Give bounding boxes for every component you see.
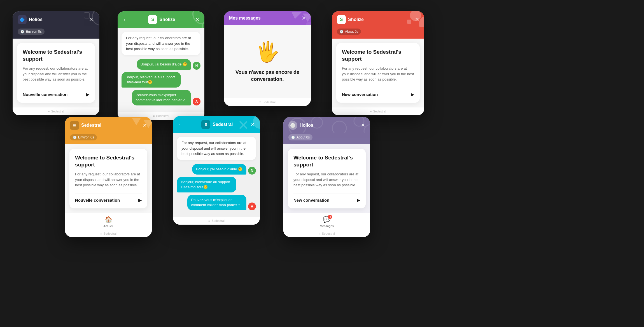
sedestral-chat-row-1: Bonjour, j'ai besoin d'aide 🙂 N	[177, 164, 256, 175]
sedestral-system-message: For any request, our collaborators are a…	[177, 137, 256, 160]
holios-gray-footer: ≡ Sedestral	[283, 230, 370, 237]
sedestral-cyan-close-button[interactable]: ✕	[251, 121, 255, 128]
holios-gray-brand-name: Holios	[300, 123, 313, 128]
sedestral-cyan-back-button[interactable]: ←	[178, 121, 184, 128]
sholize-chat-header: ← S Sholize ✕	[118, 11, 204, 28]
sedestral-orange-brand: Sedestral	[81, 123, 101, 128]
sedestral-avatar-a: A	[248, 203, 256, 210]
sholize-home-body: Welcome to Sedestral's support For any r…	[332, 39, 424, 107]
holios-brand-name: Holios	[29, 17, 43, 22]
mes-messages-body: 🖐️ Vous n'avez pas encore de conversatio…	[224, 25, 311, 98]
sedestral-chat-row-3: Pouvez-vous m'expliquer comment valider …	[177, 195, 256, 210]
sedestral-cyan-logo: ≡	[201, 120, 210, 129]
holios-gray-new-conv-button[interactable]: New conversation ▶	[293, 194, 360, 203]
holios-close-button[interactable]: ✕	[88, 16, 94, 23]
holios-time-badge: 🕐 Environ 0s	[18, 29, 45, 35]
sedestral-orange-close-button[interactable]: ✕	[143, 122, 147, 128]
sholize-chat-widget: ← S Sholize ✕ For any request, our colla…	[118, 11, 204, 120]
mes-messages-title: Mes messages	[229, 16, 261, 21]
holios-gray-desc: For any request, our collaborators are a…	[293, 171, 360, 188]
sedestral-orange-logo: ≡	[70, 121, 79, 130]
avatar-n: N	[193, 62, 200, 70]
sholize-home-header: S Sholize ✕	[332, 11, 424, 27]
mes-messages-footer: ≡ Sedestral	[224, 98, 311, 106]
sholize-home-brand-name: Sholize	[348, 17, 364, 22]
holios-brand: 🔷 Holios	[18, 15, 43, 24]
holios-home-widget: 🔷 Holios ✕ 🕐 Environ 0s Welcome to Sedes…	[13, 11, 99, 115]
sholize-welcome-card: Welcome to Sedestral's support For any r…	[336, 43, 420, 103]
sholize-welcome-title: Welcome to Sedestral's support	[342, 49, 414, 62]
sedestral-orange-time-badge: 🕐 Environ 0s	[70, 134, 97, 140]
sedestral-orange-card: Welcome to Sedestral's support For any r…	[69, 149, 147, 208]
sedestral-orange-title: Welcome to Sedestral's support	[75, 154, 142, 168]
sholize-back-button[interactable]: ←	[123, 17, 128, 23]
holios-home-body: Welcome to Sedestral's support For any r…	[13, 39, 99, 107]
messages-nav-icon-wrapper: 💬 4	[323, 216, 330, 223]
avatar-a: A	[193, 98, 200, 105]
holios-new-conversation-button[interactable]: Nouvelle conversation ▶	[23, 88, 89, 97]
sholize-home-logo: S	[337, 15, 346, 24]
sholize-brand-name: Sholize	[159, 17, 175, 22]
holios-welcome-title: Welcome to Sedestral's support	[23, 49, 89, 62]
sedestral-orange-widget: ≡ Sedestral ✕ 🕐 Environ 0s Welcome to Se…	[65, 117, 152, 237]
mes-messages-header: Mes messages ✕	[224, 11, 311, 25]
sholize-logo: S	[148, 15, 157, 24]
sedestral-cyan-widget: ✕ ← ≡ Sedestral ✕ For any request, our c…	[173, 116, 260, 225]
sedestral-cyan-header: ✕ ← ≡ Sedestral ✕	[173, 116, 260, 133]
holios-gray-widget: ⚪ Holios ✕ 🕐 About 0s Welcome to Sedestr…	[283, 117, 370, 237]
holios-home-header: 🔷 Holios ✕	[13, 11, 99, 27]
chat-row-3: Pouvez-vous m'expliquer comment valider …	[122, 90, 200, 105]
messages-badge: 4	[328, 215, 332, 219]
mes-messages-close-button[interactable]: ✕	[302, 15, 306, 21]
sedestral-chat-row-2: Bonjour, bienvenue au support. Dites-moi…	[177, 177, 256, 192]
holios-gray-header: ⚪ Holios ✕	[283, 117, 370, 133]
holios-gray-body: Welcome to Sedestral's support For any r…	[283, 144, 370, 213]
holios-gray-bottom-nav: 💬 4 Messages	[283, 213, 370, 230]
sholize-new-conversation-button[interactable]: New conversation ▶	[342, 88, 414, 97]
holios-gray-card: Welcome to Sedestral's support For any r…	[288, 149, 366, 208]
holios-logo: 🔷	[18, 15, 27, 24]
sholize-home-footer: ≡ Sedestral	[332, 107, 424, 115]
sedestral-msg-3: Pouvez-vous m'expliquer comment valider …	[187, 195, 247, 210]
mes-messages-widget: Mes messages ✕ 🖐️ Vous n'avez pas encore…	[224, 11, 311, 106]
chat-row-2: Bonjour, bienvenue au support. Dites-moi…	[122, 72, 200, 88]
sholize-home-time-badge: 🕐 About 0s	[337, 29, 361, 35]
empty-hand-emoji: 🖐️	[255, 40, 280, 63]
sholize-chat-messages: For any request, our collaborators are a…	[118, 28, 204, 112]
empty-state-text: Vous n'avez pas encore de conversation.	[230, 69, 305, 83]
nav-home-item[interactable]: 🏠 Accueil	[103, 216, 113, 228]
sedestral-msg-1: Bonjour, j'ai besoin d'aide 🙂	[192, 164, 246, 175]
holios-gray-logo: ⚪	[288, 121, 297, 130]
nav-messages-item[interactable]: 💬 4 Messages	[320, 216, 334, 228]
svg-point-4	[202, 20, 204, 28]
sedestral-orange-footer: ≡ Sedestral	[65, 230, 152, 237]
sedestral-orange-new-conv-button[interactable]: Nouvelle conversation ▶	[75, 194, 142, 203]
holios-welcome-card: Welcome to Sedestral's support For any r…	[17, 43, 95, 103]
holios-gray-title: Welcome to Sedestral's support	[293, 154, 360, 168]
system-message: For any request, our collaborators are a…	[122, 32, 200, 55]
sedestral-avatar-n: N	[248, 167, 256, 175]
sholize-welcome-desc: For any request, our collaborators are a…	[342, 66, 414, 82]
sedestral-msg-2: Bonjour, bienvenue au support. Dites-moi…	[177, 177, 236, 192]
message-bubble-2: Bonjour, bienvenue au support. Dites-moi…	[122, 72, 181, 88]
home-icon: 🏠	[105, 216, 112, 223]
message-bubble-1: Bonjour, j'ai besoin d'aide 🙂	[137, 59, 191, 70]
sedestral-orange-header: ≡ Sedestral ✕	[65, 117, 152, 133]
svg-point-8	[419, 16, 424, 27]
message-bubble-3: Pouvez-vous m'expliquer comment valider …	[132, 90, 191, 105]
sholize-home-widget: S Sholize ✕ 🕐 About 0s Welcome to Sedest…	[332, 11, 424, 115]
holios-gray-time-badge: 🕐 About 0s	[288, 134, 312, 140]
sedestral-orange-body: Welcome to Sedestral's support For any r…	[65, 144, 152, 213]
sedestral-cyan-footer: ≡ Sedestral	[173, 217, 260, 225]
holios-welcome-desc: For any request, our collaborators are a…	[23, 66, 89, 82]
holios-footer: ≡ Sedestral	[13, 107, 99, 115]
holios-gray-close-button[interactable]: ✕	[361, 122, 365, 128]
sedestral-orange-desc: For any request, our collaborators are a…	[75, 171, 142, 188]
svg-text:✕: ✕	[237, 117, 249, 133]
sedestral-orange-bottom-nav: 🏠 Accueil	[65, 213, 152, 230]
sedestral-cyan-messages: For any request, our collaborators are a…	[173, 133, 260, 217]
sholize-home-close-button[interactable]: ✕	[415, 17, 419, 23]
sholize-close-button[interactable]: ✕	[195, 17, 199, 23]
sedestral-cyan-brand: Sedestral	[213, 122, 233, 127]
chat-row-1: Bonjour, j'ai besoin d'aide 🙂 N	[122, 59, 200, 70]
